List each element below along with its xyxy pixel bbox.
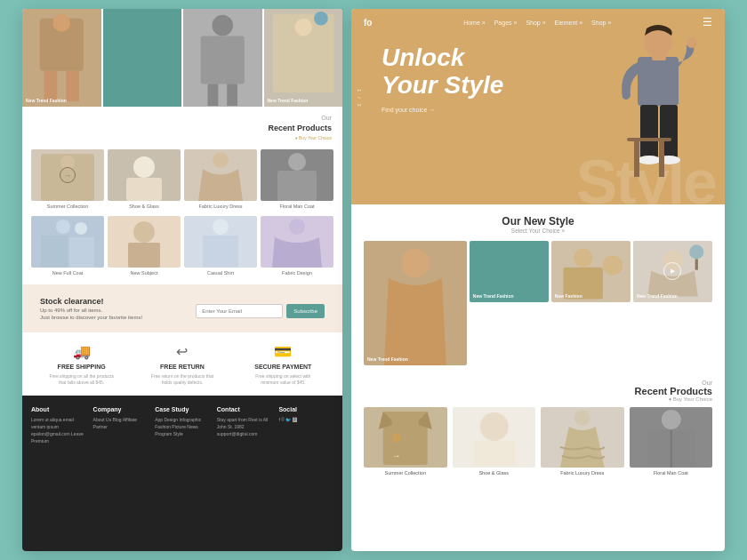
svg-rect-5 [201,36,245,84]
product-card: New Subject [108,216,181,276]
footer-col-about: About Lorem ut aliqua email veniam ipsum… [31,406,86,540]
recent-header: Our Recent Products ♦ Buy Your Choice [364,380,712,402]
nav-link-element[interactable]: Element » [555,20,583,26]
footer-col-text: Lorem ut aliqua email veniam ipsum epsil… [31,416,86,444]
hero-label-4: New Trend Fashion [268,98,309,103]
feature-payment: 💳 SECURE PAYMENT Free shipping on select… [247,343,318,385]
hero-cell-1: New Trend Fashion [22,9,101,107]
svg-rect-2 [44,71,58,101]
recent-our: Our [364,380,712,386]
footer-col-title: Company [93,406,149,412]
return-icon: ↩ [176,343,188,360]
svg-point-39 [574,248,592,267]
site-logo[interactable]: fo [364,18,372,28]
product-card: Fabric Design [261,216,333,276]
recent-img-3 [541,407,624,468]
arrow-overlay[interactable]: → [60,167,76,183]
footer-col-title: About [31,406,86,412]
svg-point-18 [56,220,70,234]
recent-card-4: Floral Man Coat [630,407,713,476]
svg-point-46 [392,434,401,443]
svg-rect-17 [277,171,317,201]
product-card: Fabric Luxury Dress [184,149,257,209]
svg-rect-20 [41,236,68,268]
product-label: New Subject [131,270,158,276]
features-section: 🚚 FREE SHIPPING Free shipping on all the… [22,332,342,396]
nav-link-blog[interactable]: Shop » [526,20,545,26]
svg-point-10 [314,12,328,26]
left-panel: New Trend Fashion New Trend Fashion Our … [22,9,342,551]
footer-col-text: Stay apart from Rest is All John St. 198… [217,416,272,437]
nav-link-pages[interactable]: Pages » [494,20,518,26]
footer-col-title: Contact [217,406,272,412]
svg-point-50 [574,410,590,426]
section-sub[interactable]: Select Your Choice » [511,228,565,234]
nav-link-home[interactable]: Home » [463,20,486,26]
product-img [184,216,257,268]
right-panel: fo Home » Pages » Shop » Element » Shop … [351,9,725,551]
recent-img-4 [630,407,713,468]
style-label-3: New Fashion [555,293,582,299]
footer-col-social: Social f © 🐦 🅿 [278,406,333,540]
svg-rect-21 [69,237,94,268]
recent-sub[interactable]: ♦ Buy Your Choice [364,396,712,402]
feature-desc: Free shipping on select with minimum val… [247,373,318,385]
recent-card-2: Shoe & Glass [453,407,536,476]
products-row2: New Full Coat New Subject Casual Shirt [22,212,342,279]
svg-rect-41 [603,255,622,275]
product-label: New Full Coat [52,270,84,276]
product-img [31,216,104,268]
svg-rect-35 [627,138,671,141]
style-cell-4: ▶ New Trend Fashion [633,241,712,302]
play-button[interactable]: ▶ [663,262,681,280]
svg-rect-44 [695,259,698,269]
svg-rect-14 [126,178,162,201]
product-img [261,216,333,268]
svg-point-13 [133,156,155,178]
svg-rect-7 [227,84,237,107]
newsletter-button[interactable]: Subscribe [286,304,325,318]
newsletter-sub: Up to 49% off for all items. [40,308,142,313]
hero-cta[interactable]: Find your choice → [382,107,707,113]
svg-rect-49 [473,441,514,466]
product-label: Casual Shirt [207,270,234,276]
recent-img-2 [453,407,536,468]
nav-link-shop[interactable]: Shop » [591,20,611,26]
recent-name-4: Floral Man Coat [630,470,713,476]
product-label: Summer Collection [47,204,88,209]
style-cell-1: New Trend Fashion [364,241,467,365]
footer-col-casestudy: Case Study App Design Infographic Fashio… [155,406,210,540]
style-cell-3: New Fashion [551,241,631,302]
svg-rect-36 [634,141,639,177]
footer-col-title: Social [278,406,333,412]
menu-icon[interactable]: ☰ [703,16,712,28]
svg-point-51 [661,410,680,429]
footer-col-text: f © 🐦 🅿 [278,416,333,423]
newsletter-input[interactable] [196,304,283,318]
footer-col-text: App Design Infographic Fashion Picture N… [155,416,210,437]
hero-nav: fo Home » Pages » Shop » Element » Shop … [351,9,725,36]
payment-icon: 💳 [274,343,292,360]
svg-point-19 [75,222,87,235]
product-label: Fabric Design [282,270,312,276]
svg-rect-37 [659,141,664,177]
recent-name-3: Fabric Luxury Dress [541,470,624,476]
svg-point-15 [213,152,229,168]
product-label: Floral Man Coat [279,204,314,209]
product-card: Shoe & Glass [108,149,181,209]
nav-links: Home » Pages » Shop » Element » Shop » [463,20,611,26]
svg-text:→: → [392,451,401,460]
style-label-1: New Trend Fashion [367,356,408,362]
hero-cell-3 [183,9,262,107]
svg-rect-6 [208,84,219,107]
feature-title: SECURE PAYMENT [254,364,311,370]
feature-shipping: 🚚 FREE SHIPPING Free shipping on all the… [46,343,117,385]
newsletter-section: Stock clearance! Up to 49% off for all i… [22,284,342,332]
product-card: Floral Man Coat [261,149,333,209]
recent-section: Our Recent Products ♦ Buy Your Choice → … [351,372,725,551]
hero-title-line2: Your Style [382,72,707,100]
svg-point-22 [133,221,155,243]
svg-point-4 [212,15,233,36]
product-label: Shoe & Glass [129,204,159,209]
footer-col-contact: Contact Stay apart from Rest is All John… [217,406,272,540]
